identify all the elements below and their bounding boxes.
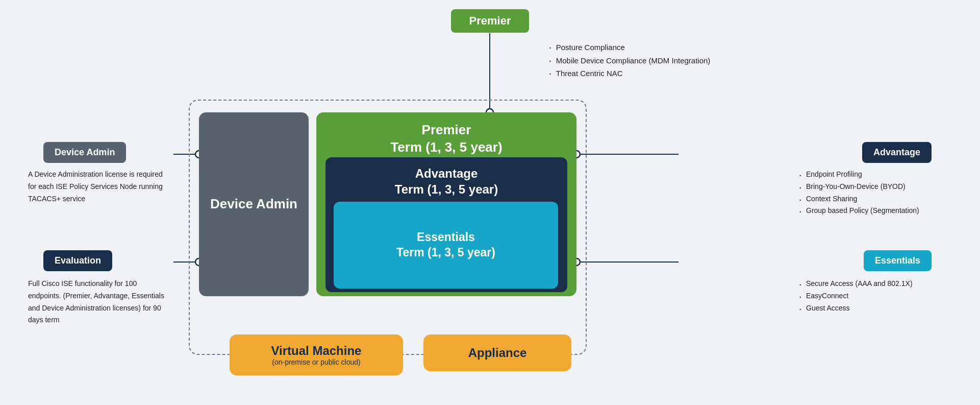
advantage-term-title-text: Advantage [415,166,478,180]
vm-badge: Virtual Machine (on-premise or public cl… [230,335,403,375]
premier-feature-1: Posture Compliance [549,41,711,54]
evaluation-label: Evaluation [43,250,112,271]
advantage-label-text: Advantage [873,147,920,157]
device-admin-label-text: Device Admin [55,147,115,157]
device-admin-box-label: Device Admin [210,196,297,213]
essentials-label: Essentials [864,250,932,271]
diagram: Premier Posture Compliance Mobile Device… [0,0,980,405]
premier-term-subtitle: Term (1, 3, 5 year) [390,139,502,155]
advantage-feature-1: Endpoint Profiling [799,169,952,181]
essentials-feature-3: Guest Access [799,302,952,315]
vm-subtitle: (on-premise or public cloud) [235,358,398,366]
advantage-term-subtitle: Term (1, 3, 5 year) [395,182,498,196]
essentials-label-text: Essentials [875,255,920,266]
advantage-desc: Endpoint Profiling Bring-You-Own-Device … [799,169,952,217]
appliance-label: Appliance [468,346,527,360]
evaluation-desc: Full Cisco ISE functionality for 100 end… [28,278,171,326]
advantage-feature-3: Context Sharing [799,193,952,205]
essentials-feature-1: Secure Access (AAA and 802.1X) [799,278,952,290]
essentials-term-box: Essentials Term (1, 3, 5 year) [334,202,558,289]
device-admin-label: Device Admin [43,142,126,163]
essentials-feature-2: EasyConnect [799,290,952,302]
device-admin-desc-text: A Device Administration license is requi… [28,170,163,203]
essentials-term-subtitle: Term (1, 3, 5 year) [396,246,495,259]
device-admin-box: Device Admin [199,112,309,296]
premier-feature-2: Mobile Device Compliance (MDM Integratio… [549,54,711,67]
essentials-desc: Secure Access (AAA and 802.1X) EasyConne… [799,278,952,314]
device-admin-desc: A Device Administration license is requi… [28,169,171,205]
evaluation-desc-text: Full Cisco ISE functionality for 100 end… [28,279,164,324]
premier-features-list: Posture Compliance Mobile Device Complia… [549,41,711,80]
advantage-feature-2: Bring-You-Own-Device (BYOD) [799,181,952,193]
premier-term-title: Premier Term (1, 3, 5 year) [390,122,502,156]
vm-title: Virtual Machine [235,344,398,358]
evaluation-label-text: Evaluation [55,255,101,266]
essentials-term-title-text: Essentials [417,230,475,244]
advantage-label: Advantage [862,142,932,163]
essentials-term-title: Essentials Term (1, 3, 5 year) [396,230,495,260]
premier-top-badge: Premier [451,9,530,33]
appliance-badge: Appliance [423,335,571,371]
premier-term-title-text: Premier [422,122,471,137]
premier-top-label: Premier [469,14,511,27]
premier-feature-3: Threat Centric NAC [549,67,711,80]
advantage-feature-4: Group based Policy (Segmentation) [799,205,952,217]
advantage-term-title: Advantage Term (1, 3, 5 year) [395,165,498,197]
